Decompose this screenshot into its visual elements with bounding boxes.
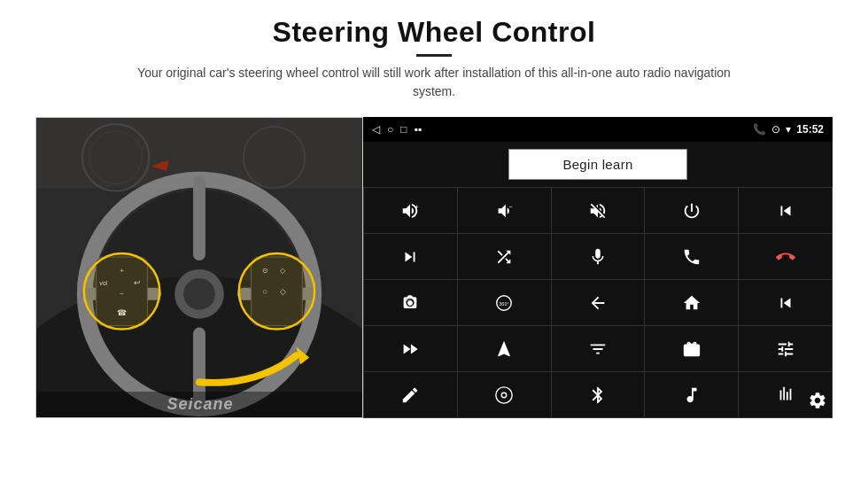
power-button[interactable] bbox=[645, 188, 738, 233]
pen-button[interactable] bbox=[364, 372, 457, 417]
svg-text:+: + bbox=[415, 203, 419, 211]
svg-point-13 bbox=[183, 278, 215, 310]
back-button[interactable] bbox=[552, 280, 645, 325]
settings-sliders-button[interactable] bbox=[739, 326, 832, 371]
svg-point-34 bbox=[501, 393, 507, 398]
svg-point-25 bbox=[84, 253, 159, 329]
control-panel: ◁ ○ □ ▪▪ 📞 ⊙ ▾ 15:52 Begin learn bbox=[363, 117, 833, 418]
fast-forward-button[interactable] bbox=[364, 326, 457, 371]
radio-button[interactable] bbox=[645, 326, 738, 371]
camera-button[interactable]: 360° bbox=[364, 280, 457, 325]
title-section: Steering Wheel Control Your original car… bbox=[124, 16, 744, 112]
mic-button[interactable] bbox=[552, 234, 645, 279]
svg-text:360°: 360° bbox=[499, 300, 508, 306]
wifi-icon: ▾ bbox=[786, 123, 791, 136]
vol-down-button[interactable]: − bbox=[458, 188, 551, 233]
brand-name: Seicane bbox=[36, 392, 363, 417]
signal-icon: ▪▪ bbox=[415, 123, 422, 136]
music-button[interactable] bbox=[645, 372, 738, 417]
disc-button[interactable] bbox=[458, 372, 551, 417]
360-view-button[interactable]: 360° bbox=[458, 280, 551, 325]
status-bar: ◁ ○ □ ▪▪ 📞 ⊙ ▾ 15:52 bbox=[363, 117, 833, 142]
page-subtitle: Your original car's steering wheel contr… bbox=[124, 64, 744, 101]
eq-button[interactable] bbox=[552, 326, 645, 371]
status-time: 15:52 bbox=[796, 123, 824, 136]
settings-gear-icon[interactable] bbox=[808, 391, 827, 415]
status-right: 📞 ⊙ ▾ 15:52 bbox=[753, 123, 824, 136]
page-title: Steering Wheel Control bbox=[124, 16, 744, 49]
back-nav-icon[interactable]: ◁ bbox=[372, 123, 380, 136]
shuffle-button[interactable] bbox=[458, 234, 551, 279]
status-left: ◁ ○ □ ▪▪ bbox=[372, 123, 422, 136]
begin-learn-button[interactable]: Begin learn bbox=[508, 149, 686, 180]
steering-wheel-image: + vol − ↩ ☎ ⊙ ◇ ○ ◇ Seican bbox=[35, 117, 363, 418]
hang-up-button[interactable] bbox=[739, 234, 832, 279]
svg-point-26 bbox=[239, 253, 314, 329]
skip-back-button[interactable] bbox=[739, 280, 832, 325]
home-button[interactable] bbox=[645, 280, 738, 325]
svg-text:360°: 360° bbox=[405, 298, 414, 302]
next-track-button[interactable] bbox=[364, 234, 457, 279]
content-row: + vol − ↩ ☎ ⊙ ◇ ○ ◇ Seican bbox=[35, 117, 833, 418]
mute-button[interactable] bbox=[552, 188, 645, 233]
page-wrapper: Steering Wheel Control Your original car… bbox=[0, 0, 868, 482]
begin-learn-row: Begin learn bbox=[363, 142, 833, 187]
location-icon: ⊙ bbox=[771, 123, 780, 136]
phone-button[interactable] bbox=[645, 234, 738, 279]
vol-up-button[interactable]: + bbox=[364, 188, 457, 233]
prev-track-button[interactable] bbox=[739, 188, 832, 233]
recents-nav-icon[interactable]: □ bbox=[400, 123, 407, 136]
title-divider bbox=[416, 54, 452, 57]
home-nav-icon[interactable]: ○ bbox=[387, 123, 393, 136]
control-button-grid: + − bbox=[363, 187, 833, 418]
svg-text:−: − bbox=[509, 203, 513, 211]
svg-point-33 bbox=[496, 386, 512, 402]
bluetooth-button[interactable] bbox=[552, 372, 645, 417]
navigation-button[interactable] bbox=[458, 326, 551, 371]
phone-status-icon: 📞 bbox=[753, 123, 766, 136]
